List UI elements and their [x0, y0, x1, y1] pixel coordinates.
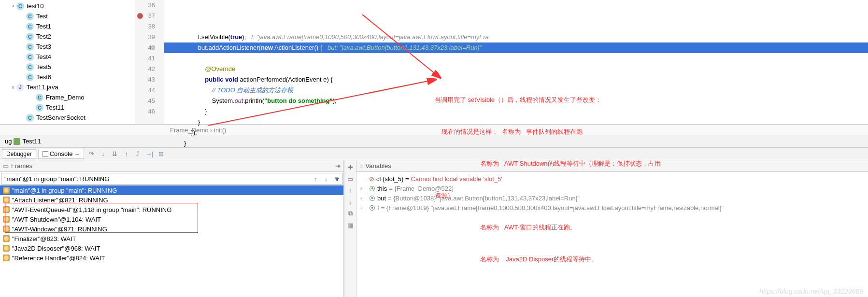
next-frame-icon[interactable]: ↓ [321, 174, 331, 184]
tab-console[interactable]: Console → [38, 149, 85, 159]
debug-run-tab[interactable]: ug Test11 [2, 137, 44, 146]
tree-item[interactable]: >Ctest10 [0, 1, 135, 11]
editor-gutter: 3637383940414243444546 [135, 0, 164, 124]
view-icon[interactable]: ▦ [345, 220, 355, 230]
step-out-icon[interactable]: ↑ [121, 149, 131, 159]
thread-item[interactable]: "AWT-Shutdown"@1,104: WAIT [0, 214, 343, 224]
tree-item[interactable]: vJTest11.java [0, 82, 135, 92]
frames-icon: ▭ [3, 162, 9, 170]
vars-toolbar: ✚ ▭ ↑ ↓ ⧉ ▦ [344, 160, 356, 297]
tree-item[interactable]: CTest1 [0, 21, 135, 31]
run-to-cursor-icon[interactable]: →| [144, 149, 155, 159]
tree-item[interactable]: CTest [0, 11, 135, 21]
editor-code[interactable]: f.setVisible(true); f: "java.awt.Frame[f… [164, 0, 868, 124]
step-into-icon[interactable]: ↓ [98, 149, 108, 159]
copy-icon[interactable]: ⧉ [345, 209, 355, 218]
thread-list[interactable]: "main"@1 in group "main": RUNNING"Attach… [0, 185, 343, 297]
tree-item[interactable]: CTest3 [0, 42, 135, 52]
watermark: https://blog.csdn.net/qq_33229669 [759, 287, 863, 295]
annotation-overlay: 当调用完了 setVisible（）后，线程的情况又发生了些改变： 现在的情况是… [435, 73, 783, 286]
code-editor[interactable]: 3637383940414243444546 f.setVisible(true… [135, 0, 868, 124]
thread-item[interactable]: "Java2D Disposer"@968: WAIT [0, 243, 343, 253]
prev-frame-icon[interactable]: ↑ [311, 174, 320, 184]
thread-item[interactable]: "Attach Listener"@821: RUNNING [0, 195, 343, 205]
down-icon[interactable]: ↓ [345, 197, 355, 207]
tree-item[interactable]: CTest11 [0, 102, 135, 113]
bug-icon [14, 138, 20, 145]
step-over-icon[interactable]: ↷ [86, 149, 97, 159]
force-step-into-icon[interactable]: ⇊ [109, 149, 120, 159]
thread-item[interactable]: "Reference Handler"@824: WAIT [0, 253, 343, 263]
thread-item[interactable]: "AWT-EventQueue-0"@1,118 in group "main"… [0, 205, 343, 214]
tree-item[interactable]: CTest2 [0, 31, 135, 42]
frames-panel: ▭ Frames ⇥ "main"@1 in group "main": RUN… [0, 160, 344, 297]
frames-header: ▭ Frames ⇥ [0, 160, 343, 172]
tree-item[interactable]: CTest4 [0, 52, 135, 62]
up-icon[interactable]: ↑ [345, 185, 355, 195]
tree-item[interactable]: CTest6 [0, 72, 135, 82]
remove-watch-icon[interactable]: ▭ [345, 174, 355, 184]
tab-debugger[interactable]: Debugger [2, 149, 36, 159]
tree-item[interactable]: CFrame_Demo [0, 92, 135, 102]
thread-selector[interactable]: "main"@1 in group "main": RUNNING ▾ [1, 173, 342, 184]
filter-icon[interactable]: ▼ [332, 174, 342, 184]
thread-item[interactable]: "AWT-Windows"@971: RUNNING [0, 224, 343, 234]
thread-item[interactable]: "main"@1 in group "main": RUNNING [0, 185, 343, 195]
thread-item[interactable]: "Finalizer"@823: WAIT [0, 234, 343, 243]
tree-item[interactable]: CTest5 [0, 62, 135, 72]
minimize-icon[interactable]: ⇥ [335, 162, 341, 170]
drop-frame-icon[interactable]: ⤴ [132, 149, 143, 159]
tree-item[interactable]: CTestServerSocket [0, 113, 135, 123]
project-tree[interactable]: >Ctest10CTestCTest1CTest2CTest3CTest4CTe… [0, 0, 135, 124]
